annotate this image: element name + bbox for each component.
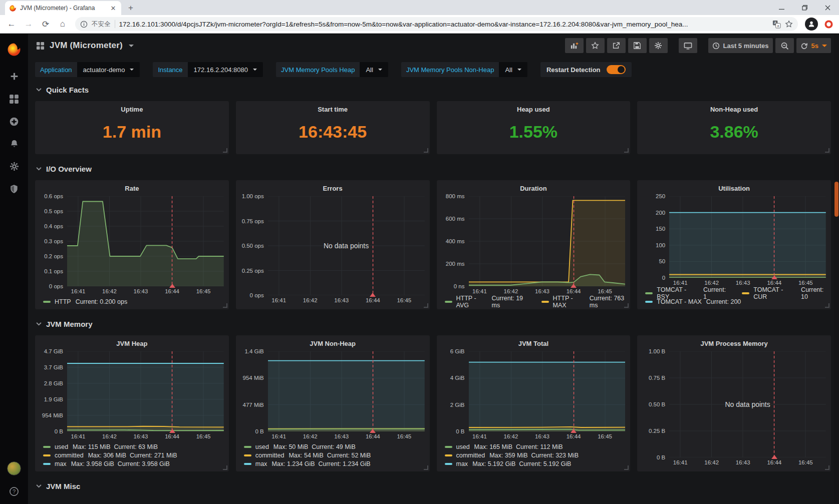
dashboard-title-menu[interactable]: JVM (Micrometer) [36,41,134,51]
grafana-logo-icon[interactable] [0,34,28,65]
legend-item[interactable]: committedMax: 54 MiB Current: 52 MiB [244,452,371,459]
time-range-picker[interactable]: Last 5 minutes [708,38,773,53]
dashboard-settings-button[interactable] [649,38,668,53]
legend-item[interactable]: HTTP - MAXCurrent: 763 ms [541,295,631,309]
panel-title[interactable]: Start time [236,101,430,114]
star-dashboard-button[interactable] [586,38,605,53]
legend-item[interactable]: TOMCAT - MAXCurrent: 200 [645,298,741,305]
panel-title[interactable]: JVM Total [437,335,631,348]
create-icon[interactable] [0,65,28,88]
help-icon[interactable]: ? [0,483,28,500]
stat-panel-uptime: Uptime1.7 min [35,101,229,154]
variable-value-dropdown[interactable]: All [499,62,527,77]
tab-title: JVM (Micrometer) - Grafana [20,5,106,12]
home-icon[interactable]: ⌂ [55,17,70,32]
legend-series-name: TOMCAT - CUR [753,286,796,300]
explore-icon[interactable] [0,110,28,133]
scrollbar-thumb[interactable] [834,182,838,217]
reload-icon[interactable]: ⟳ [38,17,53,32]
panel-title[interactable]: JVM Non-Heap [236,335,430,348]
legend-item[interactable]: HTTPCurrent: 0.200 ops [43,298,127,305]
tab-close-icon[interactable]: ✕ [109,5,117,12]
forward-icon[interactable]: → [21,17,36,32]
dashboards-icon[interactable] [0,88,28,110]
legend-series-values: Max: 1.234 GiB Current: 1.234 GiB [271,460,370,467]
section-io-overview[interactable]: I/O Overview [36,161,831,176]
zoom-out-time-button[interactable] [775,38,794,53]
translate-icon[interactable]: Aa [772,20,781,29]
page: JVM (Micrometer) - Grafana ✕ + ← → ⟳ ⌂ 不… [0,0,839,504]
legend-item[interactable]: usedMax: 115 MiB Current: 63 MiB [43,443,158,450]
legend-item[interactable]: usedMax: 50 MiB Current: 49 MiB [244,443,356,450]
section-jvm-misc[interactable]: JVM Misc [36,478,831,493]
panel-title[interactable]: JVM Heap [35,335,229,348]
section-jvm-memory[interactable]: JVM Memory [36,316,831,331]
address-bar[interactable]: 不安全 172.16.2.101:3000/d/4pcjsJTZk/jvm-mi… [75,17,798,31]
y-axis-tick: 50 [659,258,665,264]
legend-item[interactable]: usedMax: 165 MiB Current: 112 MiB [445,443,563,450]
variable-value-dropdown[interactable]: All [360,62,388,77]
legend-item[interactable]: maxMax: 1.234 GiB Current: 1.234 GiB [244,460,371,467]
panel-title[interactable]: Utilisation [637,180,831,193]
refresh-picker[interactable]: 5s [796,38,831,53]
bookmark-star-icon[interactable] [785,20,793,28]
window-close-button[interactable] [816,0,839,15]
cycle-view-mode-button[interactable] [679,38,697,53]
server-admin-icon[interactable] [0,178,28,200]
new-tab-button[interactable]: + [124,2,137,15]
panel-title[interactable]: Heap used [437,101,631,114]
legend-series-name: committed [255,452,285,459]
y-axis-tick: 4 GiB [450,375,465,381]
plot-area[interactable] [669,196,826,278]
info-icon[interactable] [80,21,88,28]
legend-series-values: Max: 165 MiB Current: 112 MiB [474,443,563,450]
panel-title[interactable]: Uptime [35,101,229,114]
configuration-icon[interactable] [0,155,28,178]
y-axis-tick: 200 ms [446,261,465,267]
y-axis-tick: 0 ops [49,283,63,289]
legend-item[interactable]: HTTP - AVGCurrent: 19 ms [445,295,529,309]
plot-area[interactable] [469,351,626,431]
plot-column: 16:4116:4216:4316:4416:45 [469,196,626,296]
share-dashboard-button[interactable] [607,38,626,53]
variable-value-dropdown[interactable]: 172.16.2.204:8080 [188,62,263,77]
panel-title[interactable]: JVM Process Memory [637,335,831,348]
panel-title[interactable]: Duration [437,180,631,193]
plot-area[interactable] [268,351,425,431]
legend-item[interactable]: committedMax: 306 MiB Current: 271 MiB [43,452,177,459]
plot-area[interactable] [67,351,224,431]
user-avatar[interactable] [0,460,28,477]
panel-title[interactable]: Errors [236,180,430,193]
plot-column: 16:4116:4216:4316:4416:45 [469,351,626,441]
legend-item[interactable]: TOMCAT - CURCurrent: 10 [742,286,831,300]
x-axis: 16:4116:4216:4316:4416:45 [67,286,224,296]
panel-title[interactable]: Non-Heap used [637,101,831,114]
save-dashboard-button[interactable] [628,38,647,53]
legend-spacer [637,467,831,471]
dashboard-title: JVM (Micrometer) [50,41,123,51]
clock-icon [712,42,720,50]
dashboard-scroll-area[interactable]: Applicationactuator-demoInstance172.16.2… [28,57,839,504]
legend-item[interactable]: committedMax: 359 MiB Current: 323 MiB [445,452,579,459]
variable-value-dropdown[interactable]: actuator-demo [77,62,140,77]
variable-value-text: 172.16.2.204:8080 [194,66,248,74]
back-icon[interactable]: ← [4,17,19,32]
plot-area[interactable]: No data points [669,351,826,457]
browser-extension-icon[interactable] [822,18,835,31]
legend-color-swatch [244,446,251,448]
panel-title[interactable]: Rate [35,180,229,193]
legend-item[interactable]: maxMax: 3.958 GiB Current: 3.958 GiB [43,460,170,467]
restart-detection-toggle[interactable] [607,65,626,74]
section-quick-facts[interactable]: Quick Facts [36,82,831,97]
plot-area[interactable]: No data points [268,196,425,295]
alerting-icon[interactable] [0,133,28,155]
plot-area[interactable] [469,196,626,286]
plot-area[interactable] [67,196,224,286]
legend-item[interactable]: maxMax: 5.192 GiB Current: 5.192 GiB [445,460,572,467]
legend-series-values: Max: 50 MiB Current: 49 MiB [273,443,356,450]
add-panel-button[interactable] [565,38,584,53]
window-minimize-button[interactable] [770,0,793,15]
browser-tab[interactable]: JVM (Micrometer) - Grafana ✕ [5,1,121,15]
browser-profile-avatar[interactable] [805,18,818,31]
window-restore-button[interactable] [793,0,816,15]
